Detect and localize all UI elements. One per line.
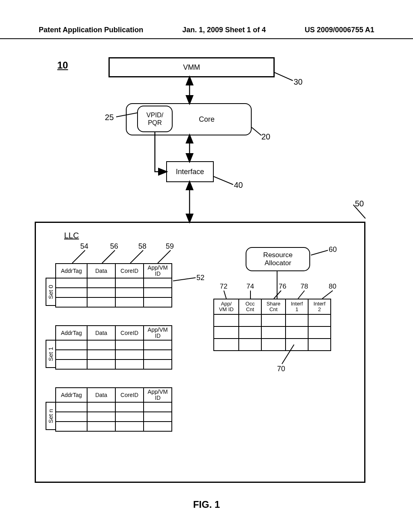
at-col-interf2: Interf 2 — [308, 299, 331, 314]
ref-59: 59 — [166, 242, 174, 251]
ref-54: 54 — [80, 242, 88, 251]
ref-20: 20 — [261, 132, 270, 141]
cache-table-set0: AddrTag Data CoreID App/VM ID — [55, 263, 172, 308]
set1-label: Set 1 — [46, 340, 55, 368]
header-center: Jan. 1, 2009 Sheet 1 of 4 — [182, 26, 266, 34]
svg-line-16 — [275, 73, 293, 81]
ref-58: 58 — [138, 242, 146, 251]
table-row — [214, 339, 331, 351]
vmm-label: VMM — [183, 63, 200, 72]
ct1-col-data: Data — [87, 326, 115, 340]
table-row — [56, 360, 172, 369]
ref-70: 70 — [277, 365, 285, 373]
ct1-col-addrtag: AddrTag — [56, 326, 87, 340]
ref-56: 56 — [110, 242, 118, 251]
ct0-col-appvm: App/VM ID — [144, 264, 172, 278]
table-row — [56, 350, 172, 360]
table-row — [56, 297, 172, 307]
ref-25: 25 — [105, 113, 114, 122]
ref-50: 50 — [355, 199, 364, 208]
vpid-block: VPID/ PQR — [137, 106, 173, 132]
vmm-block: VMM — [108, 57, 275, 77]
table-row — [56, 422, 172, 431]
at-col-interf1: Interf 1 — [286, 299, 308, 314]
table-row — [56, 288, 172, 297]
ct0-col-addrtag: AddrTag — [56, 264, 87, 278]
setn-label: Set n — [46, 402, 55, 430]
svg-line-1 — [102, 250, 115, 263]
ref-60: 60 — [329, 245, 337, 254]
ref-52: 52 — [196, 274, 204, 282]
svg-line-0 — [72, 250, 85, 263]
at-col-appvm: App/ VM ID — [214, 299, 239, 314]
svg-line-10 — [322, 291, 333, 299]
ct0-col-coreid: CoreID — [115, 264, 144, 278]
header-left: Patent Application Publication — [39, 26, 143, 34]
ref-74: 74 — [246, 283, 254, 291]
ct1-col-coreid: CoreID — [115, 326, 144, 340]
table-row — [214, 326, 331, 339]
svg-line-6 — [224, 291, 226, 299]
figure-canvas: 10 VMM 30 Core VPID/ PQR 25 20 Interface… — [0, 44, 413, 496]
header-right: US 2009/0006755 A1 — [305, 26, 374, 34]
svg-line-4 — [173, 278, 196, 281]
ref-80: 80 — [329, 283, 336, 291]
cache-table-set1: AddrTag Data CoreID App/VM ID — [55, 325, 172, 370]
llc-block: LLC 54 56 58 59 52 Set 0 AddrTag Data Co… — [35, 222, 365, 483]
llc-label: LLC — [64, 231, 79, 240]
ref-72: 72 — [220, 283, 227, 291]
ref-10: 10 — [57, 60, 68, 71]
svg-line-5 — [311, 250, 328, 255]
set0-label: Set 0 — [46, 278, 55, 306]
interface-block: Interface — [166, 161, 214, 182]
ref-78: 78 — [300, 283, 308, 291]
at-col-share: Share Cnt — [261, 299, 286, 314]
svg-line-19 — [214, 177, 233, 185]
ctn-col-coreid: CoreID — [115, 388, 144, 402]
page-header: Patent Application Publication Jan. 1, 2… — [0, 26, 413, 39]
ct0-col-data: Data — [87, 264, 115, 278]
at-col-occ: Occ Cnt — [239, 299, 261, 314]
allocator-table: App/ VM ID Occ Cnt Share Cnt Interf 1 In… — [213, 299, 331, 351]
svg-line-18 — [252, 127, 261, 135]
ctn-col-addrtag: AddrTag — [56, 388, 87, 402]
ref-30: 30 — [294, 77, 302, 87]
table-row — [56, 278, 172, 288]
svg-line-3 — [158, 250, 171, 263]
interface-label: Interface — [176, 168, 204, 176]
core-label: Core — [199, 115, 215, 124]
table-row — [56, 412, 172, 422]
ctn-col-appvm: App/VM ID — [144, 388, 172, 402]
resource-allocator-label: Resource Allocator — [263, 251, 293, 268]
ref-40: 40 — [234, 181, 243, 190]
vpid-label: VPID/ PQR — [146, 111, 163, 127]
svg-line-9 — [298, 291, 305, 299]
ct1-col-appvm: App/VM ID — [144, 326, 172, 340]
cache-table-setn: AddrTag Data CoreID App/VM ID — [55, 387, 172, 432]
svg-line-2 — [130, 250, 143, 263]
svg-line-8 — [274, 291, 281, 299]
ctn-col-data: Data — [87, 388, 115, 402]
ref-76: 76 — [279, 283, 286, 291]
resource-allocator-block: Resource Allocator — [246, 247, 310, 271]
table-row — [56, 402, 172, 412]
table-row — [56, 340, 172, 350]
table-row — [214, 314, 331, 326]
figure-label: FIG. 1 — [0, 499, 413, 510]
